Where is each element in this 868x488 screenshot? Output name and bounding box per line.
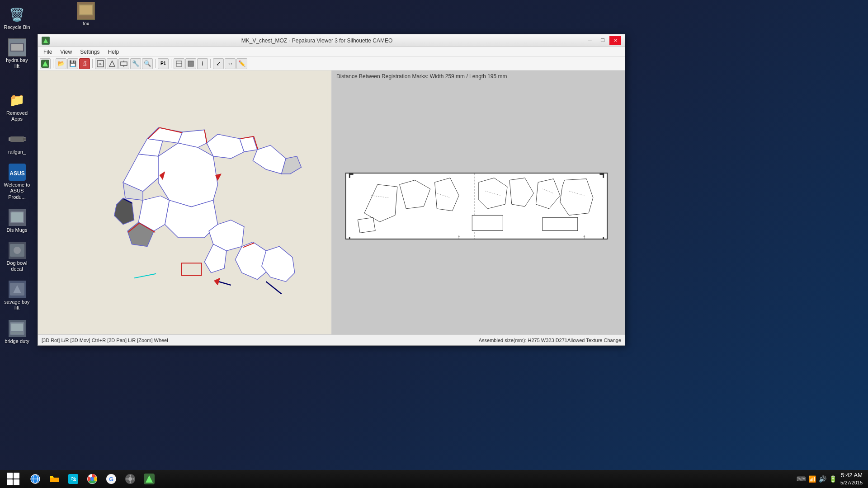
2d-canvas[interactable]	[332, 82, 625, 334]
desktop-icon-bridge-duty[interactable]: bridge duty	[1, 318, 33, 346]
savage-bay-icon	[8, 280, 26, 298]
svg-point-16	[14, 247, 21, 254]
toolbar-sep-3	[155, 59, 156, 68]
system-clock[interactable]: 5:42 AM 5/27/2015	[840, 471, 863, 487]
desktop-icon-railgun[interactable]: railgun_	[1, 128, 33, 157]
sound-icon: 🔊	[819, 475, 826, 483]
menu-bar: File View Settings Help	[38, 47, 625, 57]
svg-rect-8	[23, 138, 26, 141]
status-right: Assembled size(mm): H275 W323 D271Allowe…	[479, 338, 621, 343]
taskbar: 🛍 G	[0, 470, 868, 488]
dis-mugs-icon	[8, 208, 26, 226]
toolbar-wireframe[interactable]	[174, 58, 184, 69]
toolbar-pencil[interactable]: ✏️	[236, 58, 247, 69]
desktop-icon-dog-bowl[interactable]: Dog bowl decal	[1, 239, 33, 274]
toolbar-unfold[interactable]	[118, 58, 129, 69]
menu-help[interactable]: Help	[104, 48, 123, 56]
desktop-icon-dis-mugs[interactable]: Dis Mugs	[1, 206, 33, 235]
svg-point-107	[90, 477, 94, 481]
dog-bowl-icon	[8, 241, 26, 259]
taskbar-store[interactable]: 🛍	[64, 471, 82, 487]
taskbar-ie[interactable]	[26, 471, 44, 487]
start-button[interactable]	[2, 471, 24, 487]
taskbar-chrome[interactable]	[83, 471, 101, 487]
hydra-icon	[8, 38, 26, 56]
svg-rect-5	[80, 5, 92, 14]
desktop-icon-recycle-bin[interactable]: 🗑️ Recycle Bin	[1, 4, 33, 32]
asus-icon: ASUS	[8, 163, 26, 181]
toolbar-flip[interactable]: ↔	[225, 58, 236, 69]
toolbar-3d[interactable]: 3D	[95, 58, 106, 69]
hydra-label: hydra bay lift	[3, 57, 31, 69]
fox-icon	[77, 2, 95, 20]
toolbar-p1[interactable]: P1	[158, 58, 169, 69]
svg-rect-13	[11, 212, 23, 222]
toolbar-open[interactable]: 📂	[56, 58, 66, 69]
svg-rect-77	[603, 174, 604, 178]
toolbar-zoom[interactable]: 🔍	[142, 58, 153, 69]
battery-icon: 🔋	[829, 475, 837, 483]
desktop-icon-hydra-bay-lift[interactable]: hydra bay lift	[1, 37, 33, 71]
desktop-icon-removed-apps[interactable]: 📁 Removed Apps	[1, 89, 33, 124]
menu-file[interactable]: File	[40, 48, 56, 56]
clock-date: 5/27/2015	[840, 479, 863, 486]
toolbar-info[interactable]: i	[197, 58, 208, 69]
toolbar-print[interactable]: 🖨	[79, 58, 90, 69]
2d-view-panel: Distance Between Registration Marks: Wid…	[332, 70, 625, 334]
toolbar-fold[interactable]	[107, 58, 118, 69]
asus-label: Welcome to ASUS Produ...	[3, 182, 31, 200]
system-tray: ⌨ 📶 🔊 🔋	[797, 475, 837, 483]
svg-rect-79	[603, 237, 604, 239]
railgun-label: railgun_	[8, 149, 26, 155]
toolbar: 📂 💾 🖨 3D 🔧	[38, 57, 625, 70]
taskbar-pepakura[interactable]	[140, 471, 158, 487]
toolbar-settings[interactable]: 🔧	[130, 58, 141, 69]
keyboard-icon: ⌨	[797, 475, 806, 483]
svg-point-111	[128, 477, 132, 481]
toolbar-save[interactable]: 💾	[67, 58, 78, 69]
desktop-icon-asus[interactable]: ASUS Welcome to ASUS Produ...	[1, 161, 33, 202]
app-icon	[42, 37, 50, 45]
close-button[interactable]: ✕	[609, 36, 621, 45]
svg-rect-36	[188, 61, 193, 66]
toolbar-sep-2	[92, 59, 93, 68]
svg-rect-78	[349, 237, 350, 239]
svg-marker-87	[358, 217, 375, 233]
window-controls: ─ ☐ ✕	[584, 36, 621, 45]
svg-text:🛍: 🛍	[71, 475, 76, 482]
svg-rect-31	[121, 62, 127, 66]
svg-marker-30	[109, 61, 115, 66]
svg-rect-93	[542, 217, 578, 230]
taskbar-right: ⌨ 📶 🔊 🔋 5:42 AM 5/27/2015	[797, 471, 866, 487]
bridge-duty-icon	[8, 319, 26, 338]
taskbar-folder[interactable]	[45, 471, 63, 487]
distance-info: Distance Between Registration Marks: Wid…	[332, 70, 625, 82]
recycle-bin-icon: 🗑️	[8, 5, 26, 23]
toolbar-solid[interactable]	[185, 58, 196, 69]
menu-settings[interactable]: Settings	[76, 48, 103, 56]
3d-view-panel[interactable]	[38, 70, 332, 334]
taskbar-settings[interactable]	[121, 471, 139, 487]
railgun-icon	[8, 130, 26, 148]
maximize-button[interactable]: ☐	[597, 36, 609, 45]
desktop-icon-savage-bay[interactable]: savage bay lift	[1, 278, 33, 313]
removed-apps-icon: 📁	[8, 91, 26, 109]
window-title: MK_V_chest_MOZ - Pepakura Viewer 3 for S…	[50, 38, 584, 44]
svg-text:ASUS: ASUS	[9, 170, 24, 177]
pattern-sheet	[345, 173, 608, 239]
status-bar: [3D Rot] L/R [3D Mov] Ctrl+R [2D Pan] L/…	[38, 334, 625, 345]
minimize-button[interactable]: ─	[584, 36, 596, 45]
3d-model-svg	[38, 70, 331, 334]
desktop: 🗑️ Recycle Bin hydra bay lift	[0, 0, 868, 470]
menu-view[interactable]: View	[57, 48, 75, 56]
dog-bowl-label: Dog bowl decal	[3, 260, 31, 272]
toolbar-app-icon[interactable]	[40, 58, 51, 69]
svg-rect-92	[472, 215, 503, 230]
toolbar-fit[interactable]: ⤢	[213, 58, 224, 69]
network-icon: 📶	[808, 475, 816, 483]
dis-mugs-label: Dis Mugs	[7, 227, 28, 233]
taskbar-google[interactable]: G	[102, 471, 120, 487]
title-left	[42, 37, 50, 45]
desktop-icon-fox[interactable]: fox	[70, 0, 102, 28]
svg-rect-7	[10, 136, 24, 142]
